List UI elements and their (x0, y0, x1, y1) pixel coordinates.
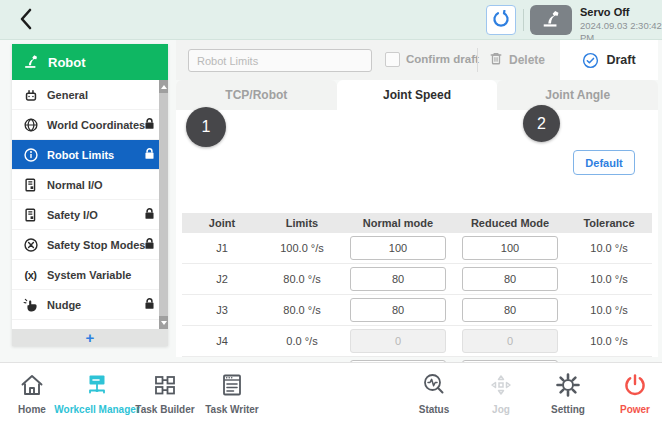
tab-joint-speed[interactable]: Joint Speed (337, 80, 498, 110)
sidebar-header: Robot (12, 44, 168, 80)
reduced-mode-input[interactable] (462, 236, 558, 260)
tolerance-cell: 10.0 °/s (566, 335, 652, 347)
power-icon (621, 370, 649, 400)
normal-mode-input (350, 329, 446, 353)
lock-icon (144, 206, 155, 224)
circled-x-icon (22, 236, 39, 253)
sidebar-item-label: Safety I/O (47, 209, 98, 221)
scrollbar-down-arrow[interactable] (159, 316, 168, 329)
gear-icon (554, 370, 582, 400)
sidebar-title: Robot (48, 55, 86, 70)
confirm-draft-label: Confirm draft (406, 53, 479, 65)
triangle-up-icon (161, 85, 167, 89)
sidebar: Robot General World Coordinates (12, 44, 168, 346)
joint-cell: J1 (182, 242, 262, 254)
sidebar-item-safety-io[interactable]: Safety I/O (12, 200, 168, 230)
topbar-divider (523, 9, 524, 31)
robot-arm-icon (22, 53, 40, 72)
joint-cell: J2 (182, 273, 262, 285)
pendant-icon (22, 86, 39, 103)
normal-mode-input[interactable] (350, 236, 446, 260)
table-row: J4 0.0 °/s 10.0 °/s (182, 326, 652, 357)
variable-x-icon: (x) (22, 266, 39, 283)
add-workcell-item-button[interactable]: + (12, 329, 168, 346)
reset-arc-icon (492, 10, 510, 31)
servo-status-block: Servo Off 2024.09.03 2:30:42 PM (580, 6, 662, 44)
sidebar-item-system-variable[interactable]: (x) System Variable (12, 260, 168, 290)
check-circle-icon (582, 52, 599, 69)
scrollbar-up-arrow[interactable] (159, 80, 168, 93)
column-header-joint: Joint (182, 217, 262, 229)
tab-joint-angle[interactable]: Joint Angle (497, 80, 658, 110)
confirm-draft-checkbox[interactable] (385, 52, 400, 67)
normal-mode-input[interactable] (350, 267, 446, 291)
tolerance-cell: 10.0 °/s (566, 304, 652, 316)
sidebar-item-label: Safety Stop Modes (47, 239, 145, 251)
sidebar-item-world-coordinates[interactable]: World Coordinates (12, 110, 168, 140)
delete-label: Delete (509, 53, 545, 67)
tab-bar: TCP/Robot Joint Speed Joint Angle (176, 80, 658, 110)
task-builder-icon (151, 370, 179, 400)
table-row: J1 100.0 °/s 10.0 °/s (182, 233, 652, 264)
robot-status-badge[interactable] (530, 5, 572, 35)
tab-tcp-robot[interactable]: TCP/Robot (176, 80, 337, 110)
draft-button[interactable]: Draft (560, 40, 658, 80)
io-port-icon (22, 176, 39, 193)
sidebar-item-nudge[interactable]: Nudge (12, 290, 168, 320)
io-port-icon (22, 206, 39, 223)
sidebar-item-normal-io[interactable]: Normal I/O (12, 170, 168, 200)
workcell-manager-icon (83, 370, 111, 400)
item-name-input[interactable] (188, 49, 372, 72)
nav-task-writer[interactable]: Task Writer (182, 370, 282, 415)
normal-mode-input[interactable] (350, 298, 446, 322)
sidebar-item-general[interactable]: General (12, 80, 168, 110)
sidebar-item-label: System Variable (47, 269, 131, 281)
column-header-tolerance: Tolerance (566, 217, 652, 229)
draft-toolbar: Confirm draft Delete Draft (176, 40, 658, 80)
nav-label: Setting (551, 404, 585, 415)
nav-label: Jog (492, 404, 510, 415)
back-chevron-icon (18, 18, 34, 33)
sidebar-item-label: Robot Limits (47, 149, 114, 161)
nav-label: Home (18, 404, 46, 415)
triangle-down-icon (161, 321, 167, 325)
sidebar-item-label: General (47, 89, 88, 101)
tolerance-cell: 10.0 °/s (566, 242, 652, 254)
table-row: J2 80.0 °/s 10.0 °/s (182, 264, 652, 295)
reduced-mode-input (462, 329, 558, 353)
table-row: J3 80.0 °/s 10.0 °/s (182, 295, 652, 326)
sidebar-items: General World Coordinates Robot Limits (12, 80, 168, 320)
robot-arm-icon (540, 8, 562, 32)
sidebar-item-label: Nudge (47, 299, 81, 311)
sidebar-item-label: World Coordinates (47, 119, 145, 131)
sidebar-item-robot-limits[interactable]: Robot Limits (12, 140, 168, 170)
reduced-mode-input[interactable] (462, 267, 558, 291)
delete-button[interactable]: Delete (489, 48, 545, 72)
task-writer-icon (218, 370, 246, 400)
sidebar-item-label: Normal I/O (47, 179, 103, 191)
servo-status-text: Servo Off (580, 6, 662, 20)
lock-icon (144, 146, 155, 164)
lock-icon (144, 116, 155, 134)
plus-icon: + (86, 330, 95, 345)
reduced-mode-input[interactable] (462, 298, 558, 322)
default-button[interactable]: Default (573, 150, 635, 175)
nudge-hand-icon (22, 296, 39, 313)
nav-power[interactable]: Power (585, 370, 662, 415)
limits-cell: 0.0 °/s (262, 335, 342, 347)
back-button[interactable] (12, 7, 40, 33)
sidebar-item-safety-stop-modes[interactable]: Safety Stop Modes (12, 230, 168, 260)
draft-label: Draft (606, 53, 635, 67)
column-header-normal: Normal mode (342, 217, 454, 229)
top-bar: Servo Off 2024.09.03 2:30:42 PM (0, 0, 662, 40)
jog-dpad-icon (487, 370, 515, 400)
toolbar-divider (477, 48, 478, 72)
joint-speed-content: Default Joint Limits Normal mode Reduced… (176, 110, 658, 357)
lock-icon (144, 236, 155, 254)
home-icon (18, 370, 46, 400)
column-header-reduced: Reduced Mode (454, 217, 566, 229)
nav-label: Task Writer (205, 404, 259, 415)
lock-icon (144, 296, 155, 314)
servo-reset-button[interactable] (486, 5, 516, 35)
sidebar-scrollbar[interactable] (159, 80, 168, 329)
